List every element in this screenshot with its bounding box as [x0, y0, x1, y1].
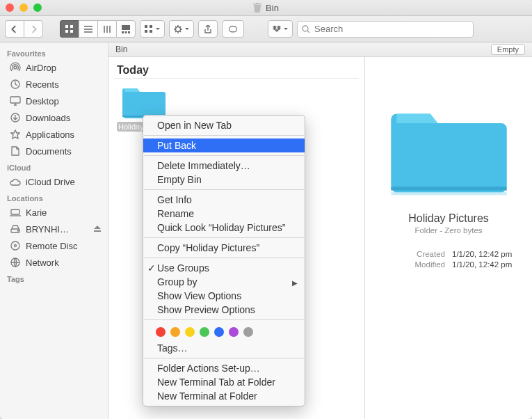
- clock-icon: [10, 79, 21, 90]
- tag-orange[interactable]: [170, 327, 180, 337]
- tags-button[interactable]: [222, 20, 244, 38]
- ctx-copy[interactable]: Copy “Holiday Pictures”: [143, 241, 305, 255]
- ctx-delete-immediately[interactable]: Delete Immediately…: [143, 159, 305, 173]
- separator: [144, 319, 304, 320]
- created-value: 1/1/20, 12:42 pm: [452, 250, 532, 258]
- svg-point-22: [11, 242, 19, 250]
- sidebar-item-remote-disc[interactable]: Remote Disc: [0, 237, 108, 254]
- airdrop-icon: [10, 62, 21, 73]
- tag-gray[interactable]: [243, 327, 253, 337]
- minimize-button[interactable]: [19, 3, 28, 12]
- share-button[interactable]: [198, 20, 218, 38]
- desktop-icon: [10, 95, 21, 106]
- ctx-group-by[interactable]: Group by: [143, 275, 305, 289]
- action-button[interactable]: [169, 20, 194, 38]
- svg-point-12: [176, 26, 181, 31]
- sidebar-item-applications[interactable]: Applications: [0, 126, 108, 143]
- created-label: Created: [365, 250, 445, 258]
- ctx-get-info[interactable]: Get Info: [143, 193, 305, 207]
- svg-point-14: [303, 26, 308, 31]
- svg-rect-0: [65, 25, 68, 28]
- applications-icon: [10, 129, 21, 140]
- tag-purple[interactable]: [229, 327, 239, 337]
- svg-point-23: [15, 245, 17, 247]
- ctx-rename[interactable]: Rename: [143, 207, 305, 221]
- svg-rect-3: [70, 30, 73, 33]
- window-title: Bin: [0, 3, 532, 13]
- ctx-put-back[interactable]: Put Back: [143, 139, 305, 152]
- svg-rect-4: [122, 25, 130, 30]
- ctx-empty-bin[interactable]: Empty Bin: [143, 173, 305, 187]
- svg-rect-2: [65, 30, 68, 33]
- sidebar-item-recents[interactable]: Recents: [0, 76, 108, 93]
- ctx-use-groups[interactable]: Use Groups: [143, 261, 305, 275]
- cloud-icon: [10, 176, 21, 187]
- ctx-terminal-tab[interactable]: New Terminal Tab at Folder: [143, 375, 305, 389]
- view-mode: [60, 20, 136, 38]
- path-bar: Bin Empty: [108, 42, 532, 57]
- preview-pane: Holiday Pictures Folder - Zero bytes Cre…: [365, 57, 532, 419]
- back-button[interactable]: [5, 20, 24, 38]
- finder-window: Bin Favourites AirDrop Recents: [0, 0, 532, 419]
- dropbox-button[interactable]: [268, 20, 293, 38]
- search-field[interactable]: [297, 21, 474, 38]
- sidebar-item-downloads[interactable]: Downloads: [0, 109, 108, 126]
- modified-label: Modified: [365, 260, 445, 269]
- separator: [144, 135, 304, 136]
- tag-green[interactable]: [200, 327, 209, 337]
- close-button[interactable]: [6, 3, 14, 12]
- sidebar-item-brynhi[interactable]: BRYNHI…: [0, 221, 108, 237]
- list-view-button[interactable]: [79, 20, 97, 38]
- ctx-preview-options[interactable]: Show Preview Options: [143, 303, 305, 317]
- forward-button[interactable]: [24, 20, 43, 38]
- download-icon: [10, 112, 21, 123]
- svg-rect-13: [229, 26, 236, 32]
- tag-blue[interactable]: [214, 327, 224, 337]
- svg-point-15: [14, 66, 17, 69]
- preview-folder-icon: [388, 99, 510, 200]
- svg-rect-11: [150, 30, 152, 33]
- gallery-view-button[interactable]: [116, 20, 136, 38]
- arrange-button[interactable]: [140, 20, 165, 38]
- search-input[interactable]: [313, 23, 469, 35]
- documents-icon: [10, 145, 21, 157]
- icon-view-button[interactable]: [60, 20, 79, 38]
- svg-rect-9: [150, 25, 152, 28]
- svg-rect-8: [145, 25, 147, 28]
- eject-icon[interactable]: [94, 224, 101, 235]
- context-menu[interactable]: Open in New Tab Put Back Delete Immediat…: [143, 115, 305, 406]
- search-icon: [302, 25, 310, 33]
- column-view-button[interactable]: [97, 20, 116, 38]
- svg-rect-17: [10, 97, 20, 103]
- zoom-button[interactable]: [33, 3, 42, 12]
- sidebar-item-icloud-drive[interactable]: iCloud Drive: [0, 173, 108, 190]
- ctx-tags[interactable]: Tags…: [143, 341, 305, 355]
- tag-red[interactable]: [156, 327, 166, 337]
- svg-rect-6: [125, 31, 127, 33]
- svg-rect-7: [128, 31, 130, 33]
- ctx-quick-look[interactable]: Quick Look “Holiday Pictures”: [143, 221, 305, 235]
- empty-bin-button[interactable]: Empty: [491, 44, 525, 55]
- modified-value: 1/1/20, 12:42 pm: [452, 260, 532, 269]
- disc-icon: [10, 240, 21, 251]
- window-controls: [6, 3, 42, 12]
- group-header: Today: [114, 63, 359, 79]
- ctx-folder-actions[interactable]: Folder Actions Set-up…: [143, 361, 305, 375]
- ctx-terminal[interactable]: New Terminal at Folder: [143, 389, 305, 403]
- preview-detail: Folder - Zero bytes: [414, 226, 482, 235]
- preview-meta: Created1/1/20, 12:42 pm Modified1/1/20, …: [355, 235, 532, 271]
- svg-rect-27: [391, 192, 506, 195]
- sidebar-item-karie[interactable]: Karie: [0, 204, 108, 221]
- separator: [144, 237, 304, 238]
- ctx-tag-swatches: [143, 323, 305, 341]
- separator: [144, 155, 304, 156]
- tag-yellow[interactable]: [185, 327, 195, 337]
- sidebar-item-network[interactable]: Network: [0, 254, 108, 271]
- drive-icon: [10, 223, 21, 235]
- laptop-icon: [10, 207, 21, 218]
- ctx-open-new-tab[interactable]: Open in New Tab: [143, 118, 305, 132]
- sidebar-item-airdrop[interactable]: AirDrop: [0, 59, 108, 76]
- sidebar-item-desktop[interactable]: Desktop: [0, 93, 108, 109]
- sidebar-item-documents[interactable]: Documents: [0, 143, 108, 159]
- ctx-view-options[interactable]: Show View Options: [143, 289, 305, 303]
